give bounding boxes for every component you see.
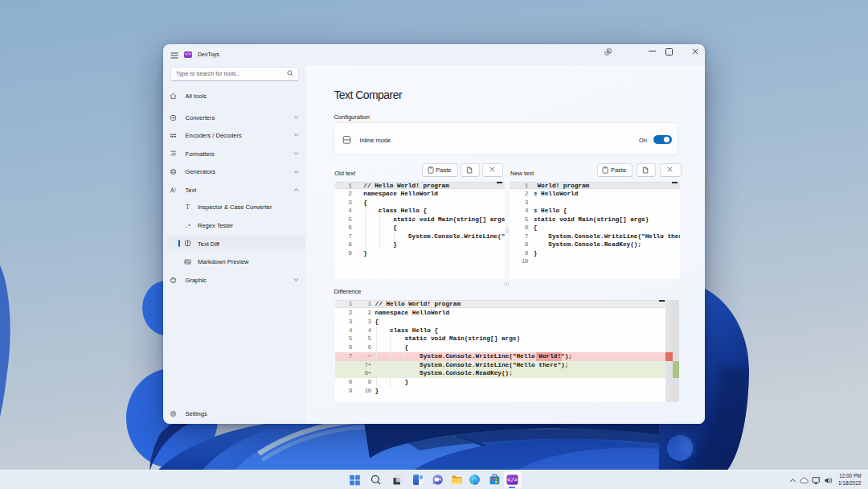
svg-text:(.*): (.*) xyxy=(184,223,191,228)
svg-text:T: T xyxy=(186,203,190,211)
svg-text:</>: </> xyxy=(507,477,518,483)
